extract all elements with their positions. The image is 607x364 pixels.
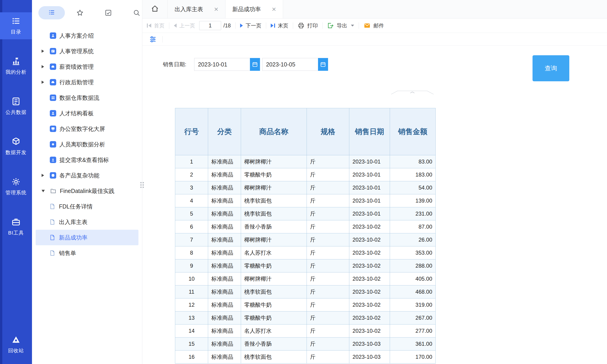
rail-item-public-data[interactable]: 公共数据 (0, 93, 32, 120)
tree-item[interactable]: 人员离职数据分析 (36, 137, 138, 152)
data-dev-icon (11, 137, 21, 146)
catalog-icon (11, 16, 21, 26)
table-cell: 斤 (307, 286, 349, 299)
pagination-toolbar: 首页 上一页 /18 下一页 末页 (142, 18, 607, 33)
rail-item-recycle-bin[interactable]: 回收站 (0, 331, 32, 358)
tree-item-selected[interactable]: 新品成功率 (36, 230, 138, 245)
table-cell: 2023-10-01 (349, 155, 390, 168)
tree-item-label: 人事管理系统 (59, 48, 94, 55)
star-icon[interactable] (75, 8, 85, 17)
end-date-input[interactable] (262, 58, 318, 71)
first-page-button[interactable]: 首页 (147, 22, 164, 29)
tree-item[interactable]: 人才结构看板 (36, 105, 138, 121)
tree-item[interactable]: 各产品复杂功能 (36, 168, 138, 183)
table-cell: 6 (175, 220, 208, 233)
prev-page-label: 上一页 (179, 22, 195, 29)
tree-item[interactable]: 行政后勤管理 (36, 75, 138, 90)
tree-item-label: 数据仓库数据流 (59, 94, 99, 102)
next-page-button[interactable]: 下一页 (240, 22, 261, 29)
tree-item[interactable]: 人事管理系统 (36, 43, 138, 59)
rail-item-bi-tools[interactable]: BI工具 (0, 213, 32, 240)
collapse-parameter-pane-handle[interactable] (391, 91, 434, 94)
close-icon[interactable]: × (214, 5, 218, 13)
query-button[interactable]: 查询 (532, 55, 569, 81)
person-icon (50, 32, 56, 39)
chevron-right-icon[interactable] (41, 81, 50, 84)
tab-label: 新品成功率 (232, 5, 261, 13)
table-cell: 16 (175, 351, 208, 364)
table-cell: 2023-10-02 (349, 286, 390, 299)
tree-item[interactable]: 数据仓库数据流 (36, 90, 138, 105)
rail-item-catalog[interactable]: 目录 (0, 12, 32, 39)
table-row: 14标准商品名人苏打水斤2023-10-02277.00 (175, 325, 436, 338)
table-cell: 斤 (307, 233, 349, 247)
last-page-button[interactable]: 末页 (271, 22, 288, 29)
table-cell: 标准商品 (208, 286, 241, 299)
panel-resize-handle[interactable] (140, 182, 144, 188)
tree-item[interactable]: 出入库主表 (36, 214, 138, 230)
parameter-pane: 销售日期: 查询 (142, 46, 607, 94)
home-button[interactable] (142, 0, 168, 18)
start-date-input[interactable] (194, 58, 250, 71)
rail-item-admin-system[interactable]: 管理系统 (0, 173, 32, 200)
filter-sliders-icon[interactable] (148, 35, 158, 43)
edit-icon[interactable] (104, 8, 113, 17)
tab-outbound-inbound[interactable]: 出入库主表 × (168, 0, 225, 18)
tree-item[interactable]: 办公室数字化大屏 (36, 121, 138, 137)
table-cell: 标准商品 (208, 338, 241, 351)
table-cell: 标准商品 (208, 312, 241, 325)
tree-item[interactable]: 人事方案介绍 (36, 28, 138, 43)
rail-item-data-dev[interactable]: 数据开发 (0, 133, 32, 160)
print-button[interactable]: 打印 (298, 22, 318, 29)
table-cell: 斤 (307, 273, 349, 286)
export-button[interactable]: 导出 (327, 22, 354, 29)
date-range-label: 销售日期: (163, 61, 186, 68)
close-icon[interactable]: × (272, 5, 276, 13)
print-icon (298, 22, 304, 29)
search-icon[interactable] (132, 8, 141, 17)
chevron-down-icon[interactable] (41, 190, 50, 192)
prev-page-button[interactable]: 上一页 (174, 22, 195, 29)
separator (293, 22, 293, 29)
separator (322, 22, 323, 29)
table-cell: 标准商品 (208, 168, 241, 181)
table-cell: 26.00 (390, 233, 436, 247)
table-cell: 5 (175, 207, 208, 220)
table-row: 13标准商品零糖酸牛奶斤2023-10-02267.00 (175, 312, 436, 325)
table-cell: 斤 (307, 351, 349, 364)
table-cell: 斤 (307, 155, 349, 168)
table-cell: 7 (175, 233, 208, 247)
table-cell: 87.00 (390, 220, 436, 233)
column-header: 分类 (208, 108, 241, 155)
page-number-input[interactable] (199, 21, 221, 30)
list-view-toggle[interactable] (38, 6, 65, 19)
table-cell: 标准商品 (208, 247, 241, 260)
table-cell: 2023-10-02 (349, 260, 390, 273)
table-cell: 零糖酸牛奶 (241, 260, 307, 273)
mail-button[interactable]: 邮件 (363, 22, 384, 29)
separator (162, 36, 163, 42)
table-cell: 2023-10-01 (349, 168, 390, 181)
separator (169, 22, 169, 29)
report-area: 行号 分类 商品名称 规格 销售日期 销售金额 1标准商品椰树牌椰汁斤2023-… (142, 94, 607, 364)
chevron-right-icon[interactable] (41, 65, 50, 68)
tree-item[interactable]: FineDatalink最佳实践 (36, 183, 138, 199)
rail-item-my-analysis[interactable]: 我的分析 (0, 52, 32, 79)
tree-item[interactable]: 销售单 (36, 245, 138, 261)
tree-item[interactable]: FDL任务详情 (36, 199, 138, 214)
public-data-icon (11, 97, 21, 106)
calendar-icon[interactable] (318, 58, 328, 71)
tree-item[interactable]: 提交需求&查看指标 (36, 152, 138, 168)
table-cell: 2023-10-02 (349, 220, 390, 233)
chevron-right-icon[interactable] (41, 174, 50, 177)
chevron-right-icon[interactable] (41, 50, 50, 53)
tree-item[interactable]: 薪资绩效管理 (36, 59, 138, 75)
table-cell: 10 (175, 273, 208, 286)
table-cell: 3 (175, 181, 208, 194)
tree-item-label: 新品成功率 (59, 234, 88, 241)
calendar-icon[interactable] (250, 58, 260, 71)
next-page-icon (240, 24, 243, 28)
tab-new-product-success[interactable]: 新品成功率 × (225, 0, 283, 18)
table-cell: 斤 (307, 260, 349, 273)
table-cell: 斤 (307, 312, 349, 325)
